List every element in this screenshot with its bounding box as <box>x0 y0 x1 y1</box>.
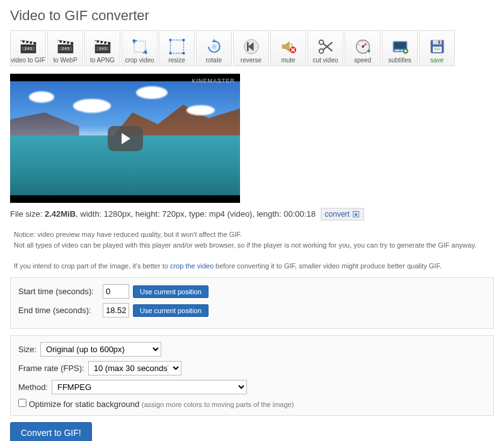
end-time-label: End time (seconds): <box>18 306 99 315</box>
end-time-input[interactable] <box>103 303 129 318</box>
clapper-icon: 2 4 5 <box>20 38 37 55</box>
svg-text:2 4 5: 2 4 5 <box>25 47 32 50</box>
crop-icon <box>131 38 149 55</box>
svg-marker-37 <box>282 41 289 52</box>
tool-resize[interactable]: resize <box>159 30 195 66</box>
svg-rect-29 <box>182 39 185 42</box>
tool-to-apng[interactable]: 2 4 5 to APNG <box>84 30 120 66</box>
use-current-end-button[interactable]: Use current position <box>133 304 209 317</box>
fps-select[interactable]: 10 (max 30 seconds) <box>88 361 181 375</box>
save-icon <box>428 38 446 55</box>
tool-label: cut video <box>312 57 338 64</box>
svg-rect-31 <box>182 52 185 55</box>
svg-rect-36 <box>247 42 249 51</box>
clapper-icon: 2 4 5 <box>94 38 112 55</box>
svg-text:2 4 5: 2 4 5 <box>99 47 106 50</box>
svg-rect-27 <box>170 40 183 54</box>
rotate-icon <box>205 38 223 55</box>
notice-text: Notice: video preview may have reduced q… <box>10 229 494 271</box>
method-select[interactable]: FFMPEG <box>52 380 247 394</box>
svg-rect-25 <box>132 40 135 42</box>
tool-subtitles[interactable]: subtitles <box>382 30 418 66</box>
page-title: Video to GIF converter <box>10 8 494 24</box>
gauge-icon <box>354 38 372 55</box>
tool-label: reverse <box>241 57 261 64</box>
svg-rect-33 <box>211 44 217 50</box>
tool-label: save <box>430 57 444 64</box>
tool-label: to APNG <box>90 57 115 64</box>
svg-rect-46 <box>395 50 399 51</box>
crop-video-link[interactable]: crop the video <box>170 262 214 270</box>
svg-text:2 4 5: 2 4 5 <box>62 47 69 50</box>
download-icon <box>352 210 360 218</box>
svg-rect-26 <box>144 52 147 54</box>
file-size: 2.42MiB <box>45 209 76 219</box>
tool-video-to-gif[interactable]: 2 4 5 video to GIF <box>10 30 46 66</box>
play-button[interactable] <box>108 126 143 151</box>
svg-rect-50 <box>433 40 442 45</box>
svg-point-42 <box>362 45 364 48</box>
method-label: Method: <box>18 382 48 392</box>
svg-marker-32 <box>212 39 216 42</box>
tool-label: speed <box>354 57 371 64</box>
scissors-icon <box>317 38 335 55</box>
optimize-hint: (assign more colors to moving parts of t… <box>142 401 294 408</box>
tool-reverse[interactable]: reverse <box>233 30 269 66</box>
tool-mute[interactable]: mute <box>270 30 306 66</box>
svg-rect-53 <box>433 48 440 49</box>
optimize-checkbox[interactable] <box>18 399 26 407</box>
video-watermark: KINEMASTER <box>192 77 235 84</box>
start-time-label: Start time (seconds): <box>18 287 99 296</box>
size-select[interactable]: Original (up to 600px) <box>40 342 161 357</box>
convert-link[interactable]: convert <box>321 208 364 220</box>
fps-label: Frame rate (FPS): <box>18 364 84 373</box>
options-panel: Size: Original (up to 600px) Frame rate … <box>10 335 494 416</box>
use-current-start-button[interactable]: Use current position <box>133 285 209 298</box>
resize-icon <box>168 38 186 55</box>
start-time-input[interactable] <box>103 284 129 299</box>
tool-label: rotate <box>206 57 222 64</box>
tool-label: video to GIF <box>11 57 45 64</box>
video-preview[interactable]: KINEMASTER <box>10 74 240 203</box>
subtitles-icon <box>391 38 409 55</box>
tool-crop-video[interactable]: crop video <box>122 30 158 66</box>
tool-save[interactable]: save <box>419 30 455 66</box>
toolbar: 2 4 5 video to GIF 2 4 5 to WebP 2 4 5 t… <box>10 30 494 66</box>
convert-button[interactable]: Convert to GIF! <box>10 422 92 441</box>
clapper-icon: 2 4 5 <box>57 38 74 55</box>
svg-rect-54 <box>433 49 440 50</box>
reverse-icon <box>243 38 260 55</box>
tool-rotate[interactable]: rotate <box>196 30 232 66</box>
optimize-label: Optimize for static background <box>29 399 142 409</box>
svg-rect-28 <box>169 39 171 42</box>
tool-label: resize <box>168 57 185 64</box>
file-info: File size: 2.42MiB, width: 1280px, heigh… <box>10 208 494 220</box>
svg-rect-45 <box>394 42 406 49</box>
mute-icon <box>280 38 297 55</box>
svg-rect-24 <box>134 41 146 52</box>
tool-label: subtitles <box>388 57 411 64</box>
tool-label: crop video <box>125 57 154 64</box>
tool-cut-video[interactable]: cut video <box>307 30 343 66</box>
tool-label: to WebP <box>53 57 77 64</box>
tool-speed[interactable]: speed <box>345 30 381 66</box>
tool-label: mute <box>281 57 295 64</box>
svg-rect-30 <box>169 52 171 55</box>
size-label: Size: <box>18 345 37 354</box>
tool-to-webp[interactable]: 2 4 5 to WebP <box>47 30 83 66</box>
time-panel: Start time (seconds): Use current positi… <box>10 277 494 329</box>
svg-rect-51 <box>438 40 440 43</box>
